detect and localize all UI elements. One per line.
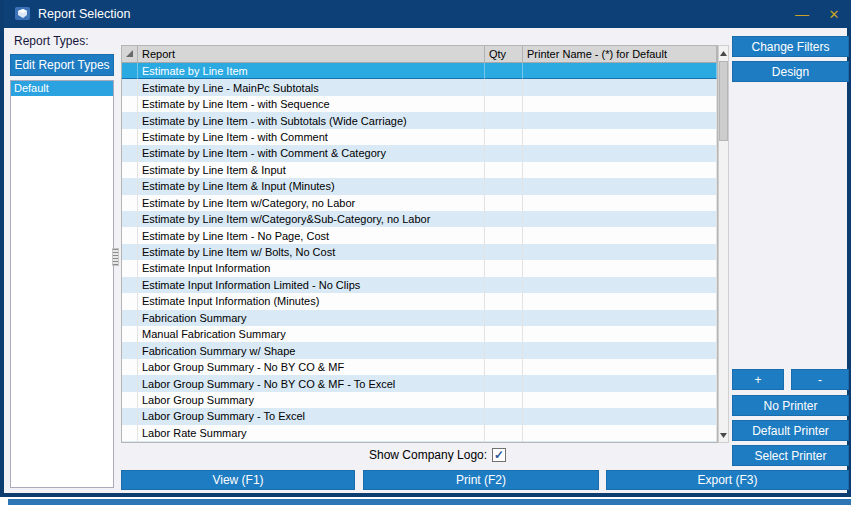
printer-cell[interactable] xyxy=(523,326,717,342)
row-selector-cell[interactable] xyxy=(122,260,138,276)
table-row[interactable]: Labor Rate Summary xyxy=(122,425,717,441)
printer-cell[interactable] xyxy=(523,244,717,260)
row-selector-cell[interactable] xyxy=(122,408,138,424)
table-row[interactable]: Estimate by Line Item & Input (Minutes) xyxy=(122,178,717,194)
printer-cell[interactable] xyxy=(523,227,717,243)
row-selector-cell[interactable] xyxy=(122,129,138,145)
row-selector-cell[interactable] xyxy=(122,441,138,443)
report-name-cell[interactable]: Estimate by Line Item w/ Bolts, No Cost xyxy=(138,244,485,260)
printer-cell[interactable] xyxy=(523,310,717,326)
qty-cell[interactable] xyxy=(485,293,523,309)
qty-cell[interactable] xyxy=(485,63,523,79)
table-row[interactable]: Labor Group Summary - No BY CO & MF xyxy=(122,359,717,375)
table-row[interactable]: Labor Detail - No BY CO & MF xyxy=(122,441,717,443)
scroll-down-icon[interactable] xyxy=(719,428,728,442)
report-name-cell[interactable]: Labor Group Summary - To Excel xyxy=(138,408,485,424)
view-button[interactable]: View (F1) xyxy=(121,470,355,490)
printer-cell[interactable] xyxy=(523,392,717,408)
plus-button[interactable]: + xyxy=(732,369,784,390)
titlebar[interactable]: Report Selection — ✕ xyxy=(4,0,851,28)
table-row[interactable]: Estimate by Line Item & Input xyxy=(122,162,717,178)
column-header-report[interactable]: Report xyxy=(138,46,485,62)
row-selector-cell[interactable] xyxy=(122,375,138,391)
minimize-button[interactable]: — xyxy=(787,3,817,25)
panel-splitter-handle[interactable] xyxy=(112,248,119,266)
report-name-cell[interactable]: Labor Rate Summary xyxy=(138,425,485,441)
printer-cell[interactable] xyxy=(523,129,717,145)
qty-cell[interactable] xyxy=(485,145,523,161)
table-row[interactable]: Fabrication Summary w/ Shape xyxy=(122,342,717,358)
table-row[interactable]: Labor Group Summary - No BY CO & MF - To… xyxy=(122,375,717,391)
printer-cell[interactable] xyxy=(523,441,717,443)
no-printer-button[interactable]: No Printer xyxy=(732,395,849,416)
printer-cell[interactable] xyxy=(523,342,717,358)
printer-cell[interactable] xyxy=(523,408,717,424)
report-name-cell[interactable]: Labor Group Summary xyxy=(138,392,485,408)
qty-cell[interactable] xyxy=(485,260,523,276)
printer-cell[interactable] xyxy=(523,425,717,441)
row-selector-cell[interactable] xyxy=(122,112,138,128)
qty-cell[interactable] xyxy=(485,342,523,358)
table-row[interactable]: Estimate by Line Item - with Comment & C… xyxy=(122,145,717,161)
qty-cell[interactable] xyxy=(485,441,523,443)
row-selector-cell[interactable] xyxy=(122,145,138,161)
printer-cell[interactable] xyxy=(523,63,717,79)
report-name-cell[interactable]: Estimate Input Information Limited - No … xyxy=(138,277,485,293)
qty-cell[interactable] xyxy=(485,112,523,128)
report-name-cell[interactable]: Estimate Input Information xyxy=(138,260,485,276)
row-selector-cell[interactable] xyxy=(122,359,138,375)
table-row[interactable]: Estimate by Line Item w/Category&Sub-Cat… xyxy=(122,211,717,227)
qty-cell[interactable] xyxy=(485,79,523,95)
report-types-listbox[interactable]: Default xyxy=(10,80,114,488)
show-company-logo-checkbox[interactable]: ✓ xyxy=(492,448,506,462)
printer-cell[interactable] xyxy=(523,178,717,194)
printer-cell[interactable] xyxy=(523,211,717,227)
table-row[interactable]: Estimate by Line Item - with Sequence xyxy=(122,96,717,112)
qty-cell[interactable] xyxy=(485,392,523,408)
reports-table[interactable]: Report Qty Printer Name - (*) for Defaul… xyxy=(121,45,718,443)
report-name-cell[interactable]: Estimate by Line Item & Input (Minutes) xyxy=(138,178,485,194)
qty-cell[interactable] xyxy=(485,195,523,211)
table-row[interactable]: Labor Group Summary xyxy=(122,392,717,408)
printer-cell[interactable] xyxy=(523,162,717,178)
design-button[interactable]: Design xyxy=(732,61,849,82)
row-selector-cell[interactable] xyxy=(122,63,138,79)
report-name-cell[interactable]: Labor Group Summary - No BY CO & MF - To… xyxy=(138,375,485,391)
qty-cell[interactable] xyxy=(485,211,523,227)
report-name-cell[interactable]: Estimate by Line Item w/Category, no Lab… xyxy=(138,195,485,211)
printer-cell[interactable] xyxy=(523,96,717,112)
table-row[interactable]: Estimate Input Information (Minutes) xyxy=(122,293,717,309)
scrollbar-thumb[interactable] xyxy=(719,61,728,141)
row-selector-cell[interactable] xyxy=(122,79,138,95)
printer-cell[interactable] xyxy=(523,112,717,128)
qty-cell[interactable] xyxy=(485,359,523,375)
printer-cell[interactable] xyxy=(523,79,717,95)
qty-cell[interactable] xyxy=(485,310,523,326)
report-name-cell[interactable]: Estimate by Line Item - with Sequence xyxy=(138,96,485,112)
table-row[interactable]: Fabrication Summary xyxy=(122,310,717,326)
qty-cell[interactable] xyxy=(485,425,523,441)
qty-cell[interactable] xyxy=(485,129,523,145)
qty-cell[interactable] xyxy=(485,244,523,260)
default-printer-button[interactable]: Default Printer xyxy=(732,420,849,441)
row-selector-cell[interactable] xyxy=(122,96,138,112)
row-selector-cell[interactable] xyxy=(122,227,138,243)
report-name-cell[interactable]: Labor Group Summary - No BY CO & MF xyxy=(138,359,485,375)
printer-cell[interactable] xyxy=(523,195,717,211)
column-header-qty[interactable]: Qty xyxy=(485,46,523,62)
row-selector-cell[interactable] xyxy=(122,178,138,194)
printer-cell[interactable] xyxy=(523,293,717,309)
row-selector-cell[interactable] xyxy=(122,326,138,342)
report-name-cell[interactable]: Estimate by Line Item - with Comment & C… xyxy=(138,145,485,161)
qty-cell[interactable] xyxy=(485,375,523,391)
report-name-cell[interactable]: Fabrication Summary xyxy=(138,310,485,326)
table-row[interactable]: Estimate Input Information xyxy=(122,260,717,276)
report-name-cell[interactable]: Estimate by Line Item & Input xyxy=(138,162,485,178)
report-name-cell[interactable]: Estimate by Line Item - No Page, Cost xyxy=(138,227,485,243)
qty-cell[interactable] xyxy=(485,408,523,424)
table-row[interactable]: Estimate by Line Item - with Comment xyxy=(122,129,717,145)
qty-cell[interactable] xyxy=(485,277,523,293)
row-selector-cell[interactable] xyxy=(122,392,138,408)
table-row[interactable]: Estimate by Line - MainPc Subtotals xyxy=(122,79,717,95)
report-name-cell[interactable]: Estimate by Line Item w/Category&Sub-Cat… xyxy=(138,211,485,227)
